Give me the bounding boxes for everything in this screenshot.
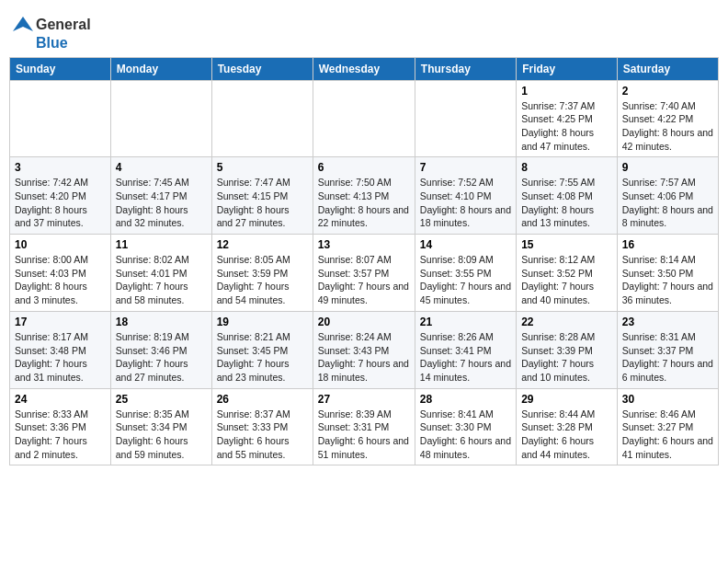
day-info: Sunrise: 8:24 AM Sunset: 3:43 PM Dayligh… <box>318 330 410 385</box>
calendar-cell: 6Sunrise: 7:50 AM Sunset: 4:13 PM Daylig… <box>313 157 415 235</box>
day-number: 14 <box>420 238 511 251</box>
calendar-cell: 15Sunrise: 8:12 AM Sunset: 3:52 PM Dayli… <box>517 235 618 312</box>
day-info: Sunrise: 8:35 AM Sunset: 3:34 PM Dayligh… <box>116 408 207 462</box>
calendar-cell: 12Sunrise: 8:05 AM Sunset: 3:59 PM Dayli… <box>211 235 313 312</box>
day-header-wednesday: Wednesday <box>313 57 415 80</box>
day-info: Sunrise: 8:02 AM Sunset: 4:01 PM Dayligh… <box>116 253 207 307</box>
day-number: 25 <box>116 393 207 406</box>
logo-bird-icon <box>13 15 33 35</box>
day-number: 22 <box>521 316 612 328</box>
day-info: Sunrise: 8:44 AM Sunset: 3:28 PM Dayligh… <box>521 408 612 462</box>
day-number: 16 <box>622 238 713 251</box>
day-number: 3 <box>15 161 106 174</box>
day-info: Sunrise: 8:09 AM Sunset: 3:55 PM Dayligh… <box>420 253 511 307</box>
day-info: Sunrise: 7:45 AM Sunset: 4:17 PM Dayligh… <box>116 176 207 230</box>
day-info: Sunrise: 8:12 AM Sunset: 3:52 PM Dayligh… <box>521 253 612 307</box>
calendar-body: 1Sunrise: 7:37 AM Sunset: 4:25 PM Daylig… <box>10 80 719 465</box>
day-number: 2 <box>622 85 713 98</box>
calendar-cell: 30Sunrise: 8:46 AM Sunset: 3:27 PM Dayli… <box>617 388 718 465</box>
day-number: 21 <box>420 316 511 328</box>
calendar-cell: 27Sunrise: 8:39 AM Sunset: 3:31 PM Dayli… <box>313 388 415 465</box>
calendar-cell: 3Sunrise: 7:42 AM Sunset: 4:20 PM Daylig… <box>10 157 111 235</box>
calendar-cell: 11Sunrise: 8:02 AM Sunset: 4:01 PM Dayli… <box>110 235 211 312</box>
day-header-monday: Monday <box>110 57 211 80</box>
calendar-cell: 1Sunrise: 7:37 AM Sunset: 4:25 PM Daylig… <box>517 80 618 157</box>
day-number: 17 <box>15 316 106 328</box>
day-number: 28 <box>420 393 511 406</box>
day-header-tuesday: Tuesday <box>211 57 313 80</box>
day-number: 18 <box>116 316 207 328</box>
calendar-cell <box>415 80 516 157</box>
day-info: Sunrise: 8:39 AM Sunset: 3:31 PM Dayligh… <box>318 408 410 462</box>
day-info: Sunrise: 7:57 AM Sunset: 4:06 PM Dayligh… <box>622 176 713 230</box>
calendar-table: SundayMondayTuesdayWednesdayThursdayFrid… <box>9 57 719 466</box>
day-number: 19 <box>217 316 308 328</box>
day-info: Sunrise: 8:28 AM Sunset: 3:39 PM Dayligh… <box>521 330 612 385</box>
day-info: Sunrise: 7:55 AM Sunset: 4:08 PM Dayligh… <box>521 176 612 230</box>
day-number: 13 <box>318 238 410 251</box>
day-number: 5 <box>217 161 308 174</box>
calendar-cell <box>110 80 211 157</box>
day-header-thursday: Thursday <box>415 57 516 80</box>
day-number: 1 <box>521 85 612 98</box>
day-number: 30 <box>622 393 713 406</box>
day-number: 11 <box>116 238 207 251</box>
day-info: Sunrise: 7:40 AM Sunset: 4:22 PM Dayligh… <box>622 99 713 154</box>
day-info: Sunrise: 8:31 AM Sunset: 3:37 PM Dayligh… <box>622 330 713 385</box>
day-number: 20 <box>318 316 410 328</box>
day-info: Sunrise: 8:41 AM Sunset: 3:30 PM Dayligh… <box>420 408 511 462</box>
calendar-week-4: 17Sunrise: 8:17 AM Sunset: 3:48 PM Dayli… <box>10 311 719 388</box>
day-info: Sunrise: 8:05 AM Sunset: 3:59 PM Dayligh… <box>217 253 308 307</box>
calendar-cell <box>211 80 313 157</box>
calendar-cell <box>313 80 415 157</box>
day-info: Sunrise: 8:00 AM Sunset: 4:03 PM Dayligh… <box>15 253 106 307</box>
calendar-week-2: 3Sunrise: 7:42 AM Sunset: 4:20 PM Daylig… <box>10 157 719 235</box>
calendar-cell: 10Sunrise: 8:00 AM Sunset: 4:03 PM Dayli… <box>10 235 111 312</box>
day-info: Sunrise: 7:50 AM Sunset: 4:13 PM Dayligh… <box>318 176 410 230</box>
calendar-cell: 20Sunrise: 8:24 AM Sunset: 3:43 PM Dayli… <box>313 311 415 388</box>
day-info: Sunrise: 7:42 AM Sunset: 4:20 PM Dayligh… <box>15 176 106 230</box>
calendar-week-1: 1Sunrise: 7:37 AM Sunset: 4:25 PM Daylig… <box>10 80 719 157</box>
day-info: Sunrise: 8:37 AM Sunset: 3:33 PM Dayligh… <box>217 408 308 462</box>
calendar-cell: 29Sunrise: 8:44 AM Sunset: 3:28 PM Dayli… <box>517 388 618 465</box>
day-header-sunday: Sunday <box>10 57 111 80</box>
svg-marker-0 <box>13 17 33 31</box>
calendar-week-3: 10Sunrise: 8:00 AM Sunset: 4:03 PM Dayli… <box>10 235 719 312</box>
day-info: Sunrise: 8:46 AM Sunset: 3:27 PM Dayligh… <box>622 408 713 462</box>
calendar-cell: 25Sunrise: 8:35 AM Sunset: 3:34 PM Dayli… <box>110 388 211 465</box>
calendar-cell: 17Sunrise: 8:17 AM Sunset: 3:48 PM Dayli… <box>10 311 111 388</box>
calendar-cell: 5Sunrise: 7:47 AM Sunset: 4:15 PM Daylig… <box>211 157 313 235</box>
day-info: Sunrise: 8:17 AM Sunset: 3:48 PM Dayligh… <box>15 330 106 385</box>
calendar-cell: 9Sunrise: 7:57 AM Sunset: 4:06 PM Daylig… <box>617 157 718 235</box>
day-number: 27 <box>318 393 410 406</box>
logo-text-general: General <box>36 17 91 33</box>
day-info: Sunrise: 8:26 AM Sunset: 3:41 PM Dayligh… <box>420 330 511 385</box>
calendar-cell <box>10 80 111 157</box>
calendar-week-5: 24Sunrise: 8:33 AM Sunset: 3:36 PM Dayli… <box>10 388 719 465</box>
calendar-cell: 14Sunrise: 8:09 AM Sunset: 3:55 PM Dayli… <box>415 235 516 312</box>
day-number: 24 <box>15 393 106 406</box>
day-number: 7 <box>420 161 511 174</box>
calendar-cell: 28Sunrise: 8:41 AM Sunset: 3:30 PM Dayli… <box>415 388 516 465</box>
header: General Blue <box>9 9 719 52</box>
calendar-cell: 16Sunrise: 8:14 AM Sunset: 3:50 PM Dayli… <box>617 235 718 312</box>
day-info: Sunrise: 8:33 AM Sunset: 3:36 PM Dayligh… <box>15 408 106 462</box>
day-info: Sunrise: 8:21 AM Sunset: 3:45 PM Dayligh… <box>217 330 308 385</box>
calendar-cell: 19Sunrise: 8:21 AM Sunset: 3:45 PM Dayli… <box>211 311 313 388</box>
day-number: 23 <box>622 316 713 328</box>
day-info: Sunrise: 8:07 AM Sunset: 3:57 PM Dayligh… <box>318 253 410 307</box>
calendar-cell: 4Sunrise: 7:45 AM Sunset: 4:17 PM Daylig… <box>110 157 211 235</box>
day-number: 29 <box>521 393 612 406</box>
logo: General Blue <box>13 15 91 52</box>
calendar-cell: 7Sunrise: 7:52 AM Sunset: 4:10 PM Daylig… <box>415 157 516 235</box>
day-info: Sunrise: 8:19 AM Sunset: 3:46 PM Dayligh… <box>116 330 207 385</box>
calendar-cell: 24Sunrise: 8:33 AM Sunset: 3:36 PM Dayli… <box>10 388 111 465</box>
day-info: Sunrise: 7:52 AM Sunset: 4:10 PM Dayligh… <box>420 176 511 230</box>
day-number: 4 <box>116 161 207 174</box>
calendar-cell: 26Sunrise: 8:37 AM Sunset: 3:33 PM Dayli… <box>211 388 313 465</box>
day-number: 15 <box>521 238 612 251</box>
calendar-cell: 23Sunrise: 8:31 AM Sunset: 3:37 PM Dayli… <box>617 311 718 388</box>
calendar-cell: 8Sunrise: 7:55 AM Sunset: 4:08 PM Daylig… <box>517 157 618 235</box>
calendar-cell: 18Sunrise: 8:19 AM Sunset: 3:46 PM Dayli… <box>110 311 211 388</box>
calendar-cell: 21Sunrise: 8:26 AM Sunset: 3:41 PM Dayli… <box>415 311 516 388</box>
